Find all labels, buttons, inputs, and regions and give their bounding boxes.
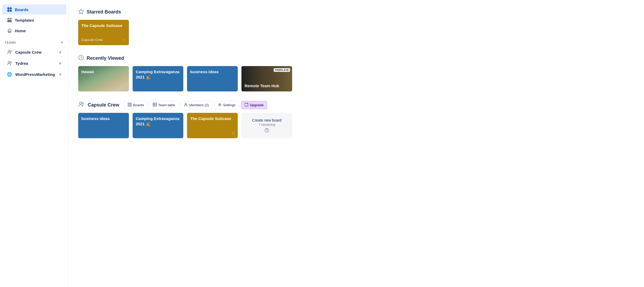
members-action-button[interactable]: Members (2) xyxy=(181,101,212,109)
starred-boards-title: Starred Boards xyxy=(87,9,121,15)
capsule-board-business-ideas[interactable]: business ideas xyxy=(78,113,129,138)
tydrea-label: Tydrea xyxy=(15,61,28,66)
teams-section-label: TEAMS + xyxy=(0,36,68,47)
svg-point-7 xyxy=(8,50,10,52)
capsule-crew-chevron: ∨ xyxy=(59,50,62,54)
settings-action-button[interactable]: Settings xyxy=(214,101,239,109)
recent-hawaii-title: Hawaii xyxy=(81,69,126,75)
recent-board-camping[interactable]: Camping Extravaganza 2021 🏕️ xyxy=(133,66,183,91)
recently-viewed-header: Recently Viewed xyxy=(78,55,634,62)
help-icon[interactable] xyxy=(265,128,269,133)
svg-point-23 xyxy=(185,103,186,105)
capsule-suitcase-star: ☆ xyxy=(232,131,235,136)
boards-btn-label: Boards xyxy=(133,103,144,107)
svg-rect-17 xyxy=(128,105,129,107)
svg-rect-0 xyxy=(7,7,9,9)
capsule-crew-boards-grid: business ideas Camping Extravaganza 2021… xyxy=(78,113,634,138)
create-new-board-card[interactable]: Create new board 7 remaining xyxy=(241,113,292,138)
sidebar: Boards Templates Home TEAMS + xyxy=(0,0,69,287)
template-badge: TEMPLATE xyxy=(274,68,290,72)
sidebar-nav-boards[interactable]: Boards xyxy=(2,4,66,15)
svg-rect-3 xyxy=(10,10,12,12)
starred-board-capsule-subtitle: Capsule Crew xyxy=(81,38,103,42)
sidebar-nav-home[interactable]: Home xyxy=(2,26,66,36)
sidebar-nav-templates[interactable]: Templates xyxy=(2,15,66,25)
svg-point-9 xyxy=(8,61,10,63)
capsule-business-title: business ideas xyxy=(81,116,126,121)
team-table-btn-icon xyxy=(153,103,157,107)
recent-remote-title: Remote Team Hub xyxy=(245,83,289,89)
boards-icon xyxy=(7,7,12,12)
create-board-subtitle: 7 remaining xyxy=(259,123,275,127)
tydrea-icon xyxy=(7,60,13,66)
create-board-title: Create new board xyxy=(252,118,281,122)
capsule-board-camping[interactable]: Camping Extravaganza 2021 🏕️ xyxy=(133,113,183,138)
tydrea-chevron: ∨ xyxy=(59,61,62,65)
wordpress-label: WordPressMarketing xyxy=(15,72,55,77)
sidebar-item-wordpress-marketing[interactable]: 🌐 WordPressMarketing ∨ xyxy=(2,69,66,80)
starred-boards-grid: The Capsule Suitcase Capsule Crew ☆ xyxy=(78,20,634,45)
svg-rect-4 xyxy=(7,18,9,19)
svg-rect-16 xyxy=(130,103,132,104)
svg-point-14 xyxy=(82,103,84,104)
members-btn-label: Members (2) xyxy=(189,103,209,107)
svg-rect-27 xyxy=(246,103,247,106)
recent-business-title: business ideas xyxy=(190,69,235,75)
svg-rect-15 xyxy=(128,103,129,104)
svg-rect-2 xyxy=(7,10,9,12)
starred-board-capsule-title: The Capsule Suitcase xyxy=(81,23,126,28)
svg-rect-26 xyxy=(245,104,246,106)
starred-board-star-icon: ☆ xyxy=(122,37,126,42)
capsule-board-suitcase[interactable]: The Capsule Suitcase ☆ xyxy=(187,113,238,138)
recent-camping-title: Camping Extravaganza 2021 🏕️ xyxy=(136,69,180,80)
capsule-crew-section-icon xyxy=(78,101,85,109)
wordpress-icon: 🌐 xyxy=(7,71,13,77)
boards-btn-icon xyxy=(128,103,132,107)
capsule-crew-section-title: Capsule Crew xyxy=(88,102,119,108)
boards-action-button[interactable]: Boards xyxy=(124,101,147,109)
svg-rect-18 xyxy=(130,105,132,107)
svg-rect-5 xyxy=(10,18,12,19)
recent-board-business-ideas[interactable]: business ideas xyxy=(187,66,238,91)
starred-board-capsule-suitcase[interactable]: The Capsule Suitcase Capsule Crew ☆ xyxy=(78,20,129,45)
settings-btn-label: Settings xyxy=(223,103,236,107)
members-btn-icon xyxy=(184,103,188,107)
home-label: Home xyxy=(15,29,26,33)
sidebar-item-tydrea[interactable]: Tydrea ∨ xyxy=(2,58,66,68)
main-content: Starred Boards The Capsule Suitcase Caps… xyxy=(69,0,644,287)
recently-viewed-grid: Hawaii Camping Extravaganza 2021 🏕️ busi… xyxy=(78,66,634,91)
templates-icon xyxy=(7,17,12,23)
capsule-suitcase-title: The Capsule Suitcase xyxy=(190,116,235,121)
wordpress-chevron: ∨ xyxy=(59,72,62,76)
recently-viewed-section: Recently Viewed Hawaii Camping Extravaga… xyxy=(78,55,634,91)
boards-label: Boards xyxy=(15,7,29,12)
svg-marker-11 xyxy=(79,9,84,14)
svg-point-24 xyxy=(219,104,220,105)
capsule-crew-icon xyxy=(7,49,13,55)
capsule-crew-section: Capsule Crew Boards xyxy=(78,101,634,138)
svg-rect-28 xyxy=(247,104,248,106)
add-team-button[interactable]: + xyxy=(61,40,64,45)
svg-point-13 xyxy=(80,102,82,104)
capsule-camping-title: Camping Extravaganza 2021 🏕️ xyxy=(136,116,180,126)
svg-point-30 xyxy=(267,131,267,131)
upgrade-btn-label: Upgrade xyxy=(250,103,264,107)
sidebar-item-capsule-crew[interactable]: Capsule Crew ∨ xyxy=(2,47,66,57)
upgrade-action-button[interactable]: Upgrade xyxy=(241,101,267,109)
team-actions: Boards Team table xyxy=(124,101,267,109)
team-table-btn-label: Team table xyxy=(158,103,175,107)
home-icon xyxy=(7,28,12,33)
capsule-crew-section-header: Capsule Crew Boards xyxy=(78,101,634,109)
recent-board-remote-hub[interactable]: TEMPLATE Remote Team Hub xyxy=(241,66,292,91)
upgrade-btn-icon xyxy=(245,103,248,107)
recently-viewed-title: Recently Viewed xyxy=(87,55,124,61)
clock-icon xyxy=(78,55,84,62)
recent-board-hawaii[interactable]: Hawaii xyxy=(78,66,129,91)
svg-rect-1 xyxy=(10,7,12,9)
svg-point-10 xyxy=(10,62,12,63)
svg-rect-6 xyxy=(7,20,12,22)
svg-rect-19 xyxy=(153,103,157,107)
capsule-crew-label: Capsule Crew xyxy=(15,50,41,54)
team-table-action-button[interactable]: Team table xyxy=(150,101,179,109)
templates-label: Templates xyxy=(15,18,34,22)
